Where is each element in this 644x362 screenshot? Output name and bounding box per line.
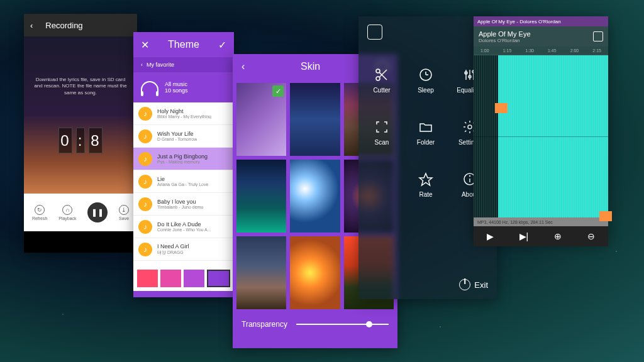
recording-hint: Download the lyrics file, save in SD car… (31, 77, 130, 96)
save-button[interactable]: ⤓Save (119, 205, 129, 221)
recording-body: Download the lyrics file, save in SD car… (24, 36, 137, 194)
transparency-row: Transparency (233, 313, 397, 336)
sleep-button[interactable]: Sleep (411, 67, 440, 94)
audio-info: MP3, 44100 Hz, 128 kbps, 284.11 Sec (474, 217, 608, 226)
play-button[interactable]: ▶ (487, 231, 494, 241)
pause-button[interactable]: ❚❚ (87, 202, 108, 222)
song-row[interactable]: ♪Baby I love youTimbalanb - Juno demo (133, 193, 234, 216)
cutter-button[interactable]: Cutter (367, 67, 396, 94)
song-row[interactable]: ♪Holy NightBibbi Marry - My Everything (133, 102, 234, 125)
color-swatch[interactable] (184, 270, 204, 287)
time-ruler: 1:001:151:301:452:002:15 (474, 47, 608, 55)
start-marker[interactable] (495, 103, 508, 113)
track-header: Apple Of My Eye Dolores O'Riordan (474, 26, 608, 47)
color-swatch[interactable] (160, 270, 181, 287)
note-icon: ♪ (138, 175, 152, 189)
skin-thumbnail[interactable] (236, 236, 286, 309)
power-icon (459, 279, 470, 290)
zoom-in-button[interactable]: ⊕ (554, 231, 562, 241)
svg-point-1 (376, 77, 380, 80)
theme-header: ✕ Theme ✓ (133, 32, 234, 57)
tick-label: 1:15 (503, 48, 512, 53)
tick-label: 2:15 (592, 48, 601, 53)
song-name: Do It Like A Dude (157, 221, 211, 228)
skin-thumbnail[interactable] (290, 83, 340, 156)
skin-thumbnail[interactable] (236, 160, 286, 233)
theme-title: Theme (168, 39, 199, 50)
save-icon: ⤓ (119, 205, 129, 215)
transparency-slider[interactable] (296, 324, 389, 325)
tick-label: 1:45 (548, 48, 557, 53)
allmusic-row[interactable]: All music10 songs (133, 72, 234, 102)
window-titlebar: Apple Of My Eye - Dolores O'Riordan (474, 16, 608, 26)
color-swatch[interactable] (207, 270, 230, 287)
song-artist: D Grand - Tomorrow (157, 137, 197, 141)
svg-point-17 (470, 176, 470, 177)
tick-label: 1:30 (525, 48, 534, 53)
favorites-row[interactable]: ‹My favorite (133, 57, 234, 72)
recording-header: ‹ Recording (24, 14, 137, 36)
playback-icon: ∩ (62, 205, 72, 215)
svg-point-0 (376, 69, 380, 73)
zoom-out-button[interactable]: ⊖ (587, 231, 595, 241)
shirt-icon[interactable] (367, 25, 382, 40)
waveform-panel: Apple Of My Eye - Dolores O'Riordan Appl… (474, 16, 608, 243)
song-name: Just a Pig Bingbong (157, 153, 208, 160)
song-artist: Connie Jone - Who You A... (157, 228, 211, 232)
back-icon[interactable]: ‹ (30, 21, 33, 30)
refresh-button[interactable]: ↻Refresh (32, 205, 48, 221)
scan-button[interactable]: Scan (367, 119, 396, 146)
star-icon (418, 171, 434, 187)
chevron-left-icon: ‹ (141, 62, 143, 68)
song-name: I Need A Girl (157, 243, 189, 250)
waveform-display[interactable] (474, 55, 608, 217)
end-marker[interactable] (599, 211, 612, 221)
song-artist: Pys - Making memory (157, 160, 208, 164)
confirm-icon[interactable]: ✓ (218, 39, 226, 51)
note-icon: ♪ (138, 152, 152, 166)
refresh-icon: ↻ (35, 205, 45, 215)
clock-icon (418, 67, 434, 83)
song-artist: Bibbi Marry - My Everything (157, 114, 211, 119)
back-icon[interactable]: ‹ (242, 61, 245, 72)
svg-point-13 (468, 125, 472, 129)
song-row[interactable]: ♪LieAriana Ga Ga - Truly Love (133, 170, 234, 193)
folder-icon (418, 119, 434, 135)
song-artist: Ariana Ga Ga - Truly Love (157, 182, 208, 187)
next-button[interactable]: ▶| (519, 231, 529, 241)
recording-panel: ‹ Recording Download the lyrics file, sa… (24, 14, 137, 253)
skin-thumbnail[interactable]: ✓ (236, 83, 286, 156)
recording-title: Recording (45, 21, 82, 30)
transparency-label: Transparency (242, 320, 287, 329)
theme-panel: ✕ Theme ✓ ‹My favorite All music10 songs… (133, 32, 234, 297)
song-row[interactable]: ♪Just a Pig BingbongPys - Making memory (133, 148, 234, 170)
song-row[interactable]: ♪Do It Like A DudeConnie Jone - Who You … (133, 216, 234, 238)
song-artist: Timbalanb - Juno demo (157, 205, 203, 209)
playback-button[interactable]: ∩Playback (58, 205, 76, 221)
track-name: Apple Of My Eye (479, 30, 531, 38)
song-row[interactable]: ♪Wish Your LifeD Grand - Tomorrow (133, 125, 234, 148)
player-controls: ▶ ▶| ⊕ ⊖ (474, 226, 608, 246)
skin-thumbnail[interactable] (290, 236, 340, 309)
check-icon: ✓ (272, 85, 284, 97)
song-name: Baby I love you (157, 199, 203, 205)
folder-button[interactable]: Folder (411, 119, 440, 146)
song-name: Holy Night (157, 108, 211, 114)
close-icon[interactable]: ✕ (141, 39, 149, 51)
note-icon: ♪ (138, 220, 152, 234)
exit-button[interactable]: Exit (459, 279, 488, 290)
scan-icon (374, 119, 390, 135)
song-row[interactable]: ♪I Need A Girl태양 DRAGG (133, 238, 234, 261)
note-icon: ♪ (138, 243, 152, 256)
svg-marker-14 (419, 173, 432, 185)
note-icon: ♪ (138, 197, 152, 211)
color-swatch[interactable] (137, 270, 158, 287)
note-icon: ♪ (138, 129, 152, 143)
headphones-icon (141, 81, 158, 94)
song-list: ♪Holy NightBibbi Marry - My Everything♪W… (133, 102, 234, 266)
save-icon[interactable] (593, 31, 603, 41)
skin-thumbnail[interactable] (290, 160, 340, 233)
song-artist: 태양 DRAGG (157, 250, 189, 256)
rate-button[interactable]: Rate (411, 171, 440, 198)
tick-label: 2:00 (570, 48, 579, 53)
